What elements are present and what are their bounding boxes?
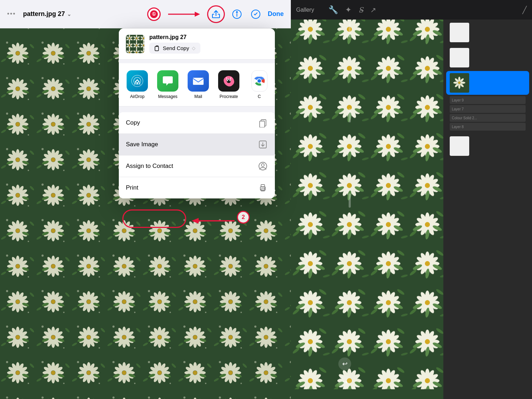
- pen-icon[interactable]: ╱: [522, 6, 527, 14]
- layer-thumbnail-active: [450, 73, 469, 93]
- share-header: pattern.jpg 27 Send Copy ◇: [119, 28, 275, 60]
- chrome-label: C: [258, 94, 261, 99]
- layer-thumbnail: [450, 48, 469, 67]
- airdrop-icon: [127, 70, 148, 92]
- procreate-label: Procreate: [220, 94, 238, 99]
- mail-icon: [188, 70, 209, 92]
- assign-contact-label: Assign to Contact: [126, 163, 258, 170]
- canvas-area: ↩ ↪: [291, 0, 443, 399]
- markup-button[interactable]: [249, 7, 262, 21]
- assign-contact-icon: [258, 161, 268, 171]
- share-sheet: pattern.jpg 27 Send Copy ◇: [119, 28, 275, 198]
- scroll-bar-bot: [349, 193, 351, 208]
- more-options-icon[interactable]: •••: [7, 10, 16, 18]
- layer-item[interactable]: [446, 46, 529, 70]
- app-item-airdrop[interactable]: AirDrop: [124, 70, 150, 99]
- file-toolbar: ••• pattern.jpg 27 ⌄ ①: [0, 0, 291, 28]
- svg-point-65: [132, 75, 143, 87]
- arrow-annotation: [166, 9, 202, 20]
- layer-item[interactable]: [446, 134, 529, 158]
- app-item-chrome[interactable]: C: [246, 70, 272, 99]
- scroll-bar-top: [349, 23, 351, 37]
- divider-2: [119, 106, 275, 109]
- procreate-icon: [218, 70, 239, 92]
- file-title-text: pattern.jpg 27: [23, 10, 65, 18]
- chevron-down-icon[interactable]: ⌄: [67, 11, 71, 17]
- airdrop-label: AirDrop: [130, 94, 145, 99]
- mail-label: Mail: [194, 94, 202, 99]
- send-copy-label: Send Copy: [163, 45, 189, 51]
- layer-thumbnail: [450, 23, 469, 42]
- layer-sub-label-2: Layer 7: [452, 107, 464, 111]
- layer-sub-label-1: Layer 9: [452, 98, 464, 102]
- apps-row: AirDrop Messages Mail: [119, 63, 275, 106]
- send-copy-button[interactable]: Send Copy ◇: [149, 43, 200, 54]
- undo-redo-area: ↩ ↪: [338, 357, 351, 388]
- file-title-area: pattern.jpg 27 ⌄: [23, 10, 71, 18]
- undo-button[interactable]: ↩: [338, 357, 351, 370]
- print-icon: [258, 183, 268, 193]
- app-item-procreate[interactable]: Procreate: [216, 70, 242, 99]
- gallery-button[interactable]: Gallery: [296, 7, 314, 13]
- layers-panel: Layers: [443, 0, 532, 399]
- action-row-print[interactable]: Print: [119, 177, 275, 198]
- magic-wand-icon[interactable]: ✦: [345, 5, 351, 15]
- scroll-bar-mid: [349, 108, 351, 122]
- share-button-circled[interactable]: [207, 5, 225, 23]
- redo-button[interactable]: ↪: [338, 376, 351, 388]
- svg-rect-39: [291, 10, 443, 389]
- wrench-icon[interactable]: 🔧: [328, 5, 338, 15]
- action-row-save-image[interactable]: Save Image: [119, 134, 275, 155]
- svg-rect-64: [155, 47, 159, 51]
- action-row-assign-contact[interactable]: Assign to Contact: [119, 155, 275, 177]
- share-title-area: pattern.jpg 27 Send Copy ◇: [149, 34, 268, 54]
- password-manager-icon[interactable]: ①: [147, 7, 161, 21]
- svg-rect-75: [260, 121, 265, 127]
- svg-rect-81: [261, 189, 265, 191]
- svg-point-53: [237, 11, 238, 12]
- svg-marker-50: [195, 12, 200, 17]
- messages-icon: [157, 70, 178, 92]
- layer-sub-label-4: Layer 8: [452, 125, 464, 129]
- action-row-copy[interactable]: Copy: [119, 112, 275, 134]
- arrow-diagonal-icon[interactable]: ↗: [370, 6, 376, 14]
- svg-point-67: [137, 82, 138, 84]
- save-image-label: Save Image: [126, 141, 258, 148]
- svg-point-78: [261, 164, 264, 166]
- done-button[interactable]: Done: [268, 10, 284, 18]
- layer-item-active[interactable]: [446, 71, 529, 95]
- action-list: Copy Save Image Assign to Contact: [119, 112, 275, 198]
- svg-point-49: [458, 82, 460, 84]
- svg-rect-63: [126, 35, 144, 53]
- right-panel: ↩ ↪ Layers: [291, 0, 532, 399]
- divider-1: [119, 60, 275, 63]
- chrome-icon: [251, 70, 267, 92]
- share-thumbnail: [126, 35, 144, 53]
- svg-point-82: [265, 188, 265, 188]
- dropdown-arrow: ◇: [192, 45, 195, 51]
- layer-item[interactable]: [446, 21, 529, 44]
- procreate-toolbar: Gallery 🔧 ✦ S̶ ↗ ╱: [291, 0, 532, 20]
- app-item-messages[interactable]: Messages: [155, 70, 181, 99]
- messages-label: Messages: [158, 94, 178, 99]
- scroll-area[interactable]: [348, 20, 351, 399]
- save-image-icon: [258, 140, 268, 149]
- script-icon[interactable]: S̶: [359, 6, 364, 14]
- copy-label: Copy: [126, 119, 258, 126]
- layer-sub-label-3: Colour Solid 2...: [452, 116, 477, 120]
- info-button[interactable]: [230, 7, 244, 21]
- svg-rect-68: [193, 78, 204, 85]
- onepassword-label: ①: [152, 11, 156, 17]
- layer-thumbnail: [450, 136, 469, 156]
- copy-icon: [258, 118, 268, 128]
- share-filename: pattern.jpg 27: [149, 34, 268, 40]
- app-item-mail[interactable]: Mail: [185, 70, 211, 99]
- svg-point-73: [257, 79, 261, 83]
- print-label: Print: [126, 184, 258, 191]
